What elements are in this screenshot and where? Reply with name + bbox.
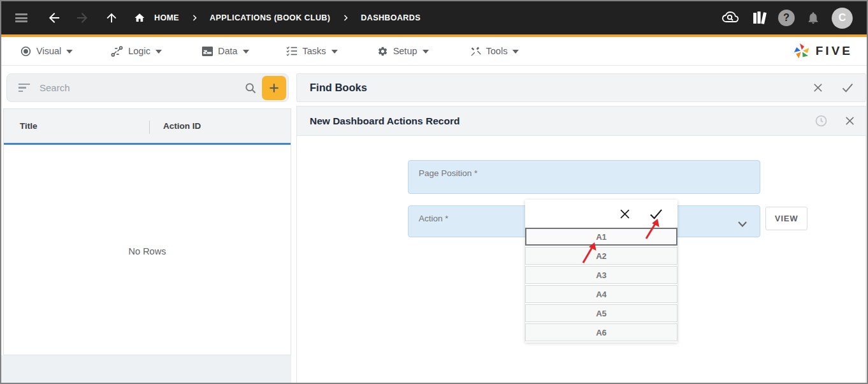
chevron-down-icon xyxy=(331,50,338,54)
page-position-label: Page Position * xyxy=(419,168,477,178)
menu-visual[interactable]: Visual xyxy=(20,46,73,57)
menu-setup-label: Setup xyxy=(393,46,417,56)
back-arrow-icon[interactable] xyxy=(43,7,65,29)
breadcrumb-dashboards[interactable]: DASHBOARDS xyxy=(354,13,427,22)
user-avatar[interactable]: C xyxy=(832,8,853,29)
close-icon[interactable] xyxy=(844,115,855,126)
filter-icon[interactable] xyxy=(18,84,30,92)
menu-tasks-label: Tasks xyxy=(303,46,326,56)
dropdown-option-a2[interactable]: A2 xyxy=(525,247,677,265)
preview-cloud-search-icon[interactable] xyxy=(720,7,741,29)
column-header-title[interactable]: Title xyxy=(20,121,38,131)
up-arrow-icon[interactable] xyxy=(101,7,122,29)
page-position-field[interactable]: Page Position * xyxy=(408,160,760,194)
app-window: HOME APPLICATIONS (BOOK CLUB) DASHBOARDS xyxy=(0,0,868,384)
chevron-down-icon xyxy=(243,50,249,54)
setup-gear-icon xyxy=(377,46,388,57)
confirm-check-icon[interactable] xyxy=(841,82,854,93)
breadcrumb: HOME APPLICATIONS (BOOK CLUB) DASHBOARDS xyxy=(131,7,427,29)
menu-tools-label: Tools xyxy=(486,46,508,56)
chevron-down-icon xyxy=(512,50,519,54)
menu-tasks[interactable]: Tasks xyxy=(286,46,338,56)
plus-icon xyxy=(268,82,280,94)
page-header: Find Books xyxy=(296,73,866,102)
tools-icon xyxy=(470,46,481,57)
add-record-button[interactable] xyxy=(262,76,286,100)
dropdown-option-a6[interactable]: A6 xyxy=(525,323,677,341)
menu-data-label: Data xyxy=(218,46,238,56)
menu-logic[interactable]: Logic xyxy=(111,46,162,57)
column-header-action-id[interactable]: Action ID xyxy=(163,121,201,131)
chevron-right-icon xyxy=(185,14,203,22)
record-form-header: New Dashboard Actions Record xyxy=(297,107,865,136)
accept-check-icon[interactable] xyxy=(649,208,663,220)
action-dropdown: A1 A2 A3 A4 A5 A6 xyxy=(525,200,677,343)
action-dropdown-toolbar xyxy=(525,200,677,228)
dropdown-option-a4[interactable]: A4 xyxy=(525,285,677,303)
chevron-down-icon xyxy=(66,50,73,54)
breadcrumb-applications[interactable]: APPLICATIONS (BOOK CLUB) xyxy=(203,13,336,22)
records-list: Title Action ID No Rows xyxy=(3,108,291,355)
logic-flow-icon xyxy=(111,46,123,57)
dropdown-option-a5[interactable]: A5 xyxy=(525,304,677,322)
tasks-checklist-icon xyxy=(286,46,298,56)
action-label: Action * xyxy=(419,214,449,223)
menu-setup[interactable]: Setup xyxy=(377,46,429,57)
home-icon[interactable] xyxy=(131,7,148,29)
five-pinwheel-icon xyxy=(793,42,811,60)
five-brand: FIVE xyxy=(793,42,853,60)
menu-visual-label: Visual xyxy=(36,46,61,56)
column-divider xyxy=(149,121,150,134)
records-list-header: Title Action ID xyxy=(4,109,291,145)
help-icon[interactable]: ? xyxy=(778,10,795,26)
empty-state-message: No Rows xyxy=(4,246,291,256)
search-bar xyxy=(6,73,289,102)
chevron-down-icon xyxy=(156,50,162,54)
menu-bar: Visual Logic Data Tasks xyxy=(1,37,867,66)
search-input[interactable] xyxy=(40,82,239,93)
five-wordmark: FIVE xyxy=(816,44,853,58)
dropdown-option-a3[interactable]: A3 xyxy=(525,266,677,284)
top-bar: HOME APPLICATIONS (BOOK CLUB) DASHBOARDS xyxy=(1,1,867,34)
page-title: Find Books xyxy=(310,82,367,94)
data-table-icon xyxy=(202,47,213,56)
menu-logic-label: Logic xyxy=(128,46,150,56)
history-clock-icon[interactable] xyxy=(814,114,828,128)
view-button[interactable]: VIEW xyxy=(765,207,807,230)
menu-tools[interactable]: Tools xyxy=(470,46,519,57)
search-icon[interactable] xyxy=(239,77,262,100)
record-form-title: New Dashboard Actions Record xyxy=(310,115,459,127)
breadcrumb-home[interactable]: HOME xyxy=(148,13,185,22)
hamburger-menu-icon[interactable] xyxy=(10,7,32,29)
chevron-down-icon xyxy=(423,50,429,54)
visual-eye-icon xyxy=(20,46,31,57)
dropdown-option-a1[interactable]: A1 xyxy=(525,228,677,246)
close-icon[interactable] xyxy=(813,82,823,93)
library-books-icon[interactable] xyxy=(749,7,770,29)
chevron-down-icon[interactable] xyxy=(738,218,747,230)
forward-arrow-icon[interactable] xyxy=(71,7,93,29)
menu-data[interactable]: Data xyxy=(202,46,249,56)
records-list-footer xyxy=(1,355,291,383)
topbar-actions: ? C xyxy=(720,7,867,29)
notifications-bell-icon[interactable] xyxy=(802,7,824,29)
cancel-x-icon[interactable] xyxy=(619,208,631,220)
chevron-right-icon xyxy=(336,14,354,22)
